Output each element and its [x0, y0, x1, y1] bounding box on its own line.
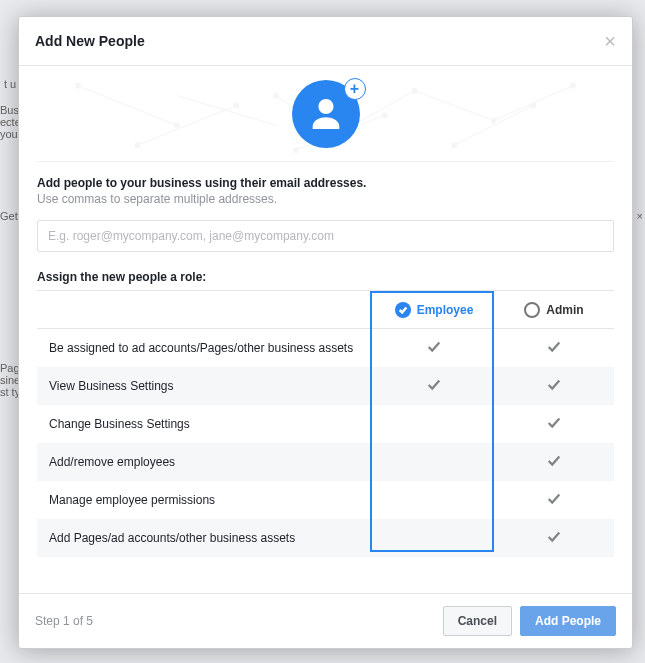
- plus-icon: +: [344, 78, 366, 100]
- add-people-button[interactable]: Add People: [520, 606, 616, 636]
- radio-unchecked-icon: [524, 302, 540, 318]
- svg-line-0: [78, 86, 177, 126]
- permission-admin-check: [494, 377, 614, 396]
- svg-point-11: [273, 93, 279, 99]
- permission-admin-check: [494, 491, 614, 510]
- hero: +: [37, 66, 614, 162]
- email-input[interactable]: [37, 220, 614, 252]
- role-employee-label: Employee: [417, 303, 474, 317]
- permission-admin-check: [494, 529, 614, 548]
- permission-row: View Business Settings: [37, 367, 614, 405]
- permission-row: Manage employee permissions: [37, 481, 614, 519]
- check-icon: [546, 339, 562, 358]
- role-option-admin[interactable]: Admin: [494, 302, 614, 318]
- permission-admin-check: [494, 339, 614, 358]
- instruction-main: Add people to your business using their …: [37, 176, 614, 190]
- check-icon: [426, 339, 442, 358]
- check-icon: [426, 377, 442, 396]
- svg-point-16: [135, 142, 141, 148]
- bg-close: ×: [637, 210, 643, 222]
- permission-admin-check: [494, 453, 614, 472]
- check-icon: [546, 529, 562, 548]
- permission-label: Manage employee permissions: [37, 493, 374, 507]
- add-people-modal: Add New People ×: [18, 16, 633, 649]
- svg-point-14: [491, 117, 497, 123]
- permission-label: Add/remove employees: [37, 455, 374, 469]
- svg-point-9: [75, 83, 81, 89]
- svg-point-20: [451, 142, 457, 148]
- role-option-employee[interactable]: Employee: [374, 302, 494, 318]
- role-table: Employee Admin Be assigned to ad account…: [37, 290, 614, 557]
- modal-title: Add New People: [35, 33, 145, 49]
- svg-point-17: [233, 103, 239, 109]
- check-icon: [546, 377, 562, 396]
- instruction-sub: Use commas to separate multiple addresse…: [37, 192, 614, 206]
- permission-row: Add/remove employees: [37, 443, 614, 481]
- permission-label: Be assigned to ad accounts/Pages/other b…: [37, 341, 374, 355]
- permission-label: Add Pages/ad accounts/other business ass…: [37, 531, 374, 545]
- svg-line-6: [137, 106, 236, 146]
- step-indicator: Step 1 of 5: [35, 614, 93, 628]
- bg-text: t u: [4, 78, 16, 90]
- svg-point-10: [174, 122, 180, 128]
- role-admin-label: Admin: [546, 303, 583, 317]
- radio-checked-icon: [395, 302, 411, 318]
- svg-line-4: [415, 91, 494, 121]
- svg-point-19: [382, 113, 388, 119]
- svg-line-1: [177, 96, 276, 126]
- modal-footer: Step 1 of 5 Cancel Add People: [19, 593, 632, 648]
- check-icon: [546, 491, 562, 510]
- check-icon: [546, 453, 562, 472]
- role-header: Employee Admin: [37, 291, 614, 329]
- permission-row: Be assigned to ad accounts/Pages/other b…: [37, 329, 614, 367]
- modal-header: Add New People ×: [19, 17, 632, 66]
- permission-admin-check: [494, 415, 614, 434]
- permission-row: Change Business Settings: [37, 405, 614, 443]
- avatar-wrap: +: [292, 80, 360, 148]
- permission-employee-check: [374, 377, 494, 396]
- footer-buttons: Cancel Add People: [443, 606, 616, 636]
- cancel-button[interactable]: Cancel: [443, 606, 512, 636]
- permission-employee-check: [374, 339, 494, 358]
- check-icon: [546, 415, 562, 434]
- svg-point-21: [530, 103, 536, 109]
- assign-role-label: Assign the new people a role:: [37, 270, 614, 284]
- instructions: Add people to your business using their …: [37, 162, 614, 214]
- permission-row: Add Pages/ad accounts/other business ass…: [37, 519, 614, 557]
- bg-text: Get: [0, 210, 18, 222]
- svg-point-18: [293, 147, 299, 153]
- svg-point-15: [570, 83, 576, 89]
- close-icon[interactable]: ×: [604, 31, 616, 51]
- svg-point-13: [412, 88, 418, 94]
- svg-line-8: [454, 106, 533, 146]
- permission-label: View Business Settings: [37, 379, 374, 393]
- permission-label: Change Business Settings: [37, 417, 374, 431]
- modal-body: + Add people to your business using thei…: [19, 66, 632, 575]
